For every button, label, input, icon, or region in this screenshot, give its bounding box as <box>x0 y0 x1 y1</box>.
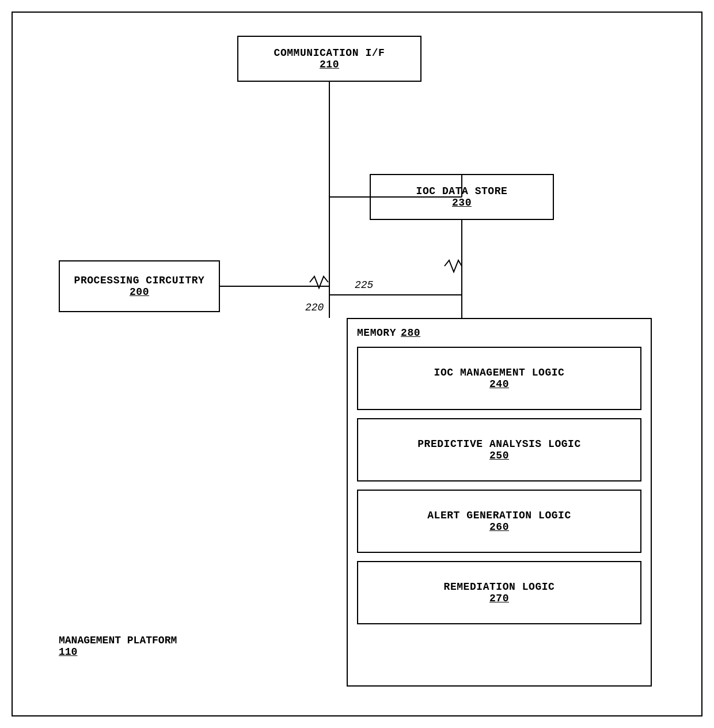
ioc-management-ref: 240 <box>489 378 509 390</box>
alert-generation-box: ALERT GENERATION LOGIC 260 <box>357 490 641 553</box>
diagram-container: COMMUNICATION I/F 210 IOC DATA STORE 230… <box>12 12 702 716</box>
comm-if-box: COMMUNICATION I/F 210 <box>237 36 421 82</box>
memory-label: MEMORY <box>357 327 396 339</box>
comm-if-ref: 210 <box>320 59 339 70</box>
ioc-data-store-ref: 230 <box>452 197 472 208</box>
remediation-ref: 270 <box>489 593 509 604</box>
ioc-data-store-box: IOC DATA STORE 230 <box>370 174 554 220</box>
alert-generation-ref: 260 <box>489 521 509 533</box>
predictive-analysis-label: PREDICTIVE ANALYSIS LOGIC <box>417 438 581 450</box>
wire-225-label: 225 <box>355 279 373 291</box>
predictive-analysis-ref: 250 <box>489 450 509 461</box>
management-platform-label: MANAGEMENT PLATFORM 110 <box>59 635 177 658</box>
remediation-label: REMEDIATION LOGIC <box>444 581 555 593</box>
processing-circuitry-label: PROCESSING CIRCUITRY <box>74 275 205 286</box>
ioc-data-store-label: IOC DATA STORE <box>416 185 508 197</box>
predictive-analysis-box: PREDICTIVE ANALYSIS LOGIC 250 <box>357 418 641 481</box>
ioc-management-box: IOC MANAGEMENT LOGIC 240 <box>357 347 641 410</box>
alert-generation-label: ALERT GENERATION LOGIC <box>427 510 571 521</box>
management-platform-ref: 110 <box>59 646 177 658</box>
wire-220-label: 220 <box>305 302 324 313</box>
processing-circuitry-ref: 200 <box>130 286 149 298</box>
memory-box: MEMORY 280 IOC MANAGEMENT LOGIC 240 PRED… <box>347 318 652 687</box>
memory-ref: 280 <box>401 327 420 339</box>
remediation-box: REMEDIATION LOGIC 270 <box>357 561 641 624</box>
ioc-management-label: IOC MANAGEMENT LOGIC <box>434 367 565 378</box>
processing-circuitry-box: PROCESSING CIRCUITRY 200 <box>59 260 220 312</box>
comm-if-label: COMMUNICATION I/F <box>274 47 385 59</box>
